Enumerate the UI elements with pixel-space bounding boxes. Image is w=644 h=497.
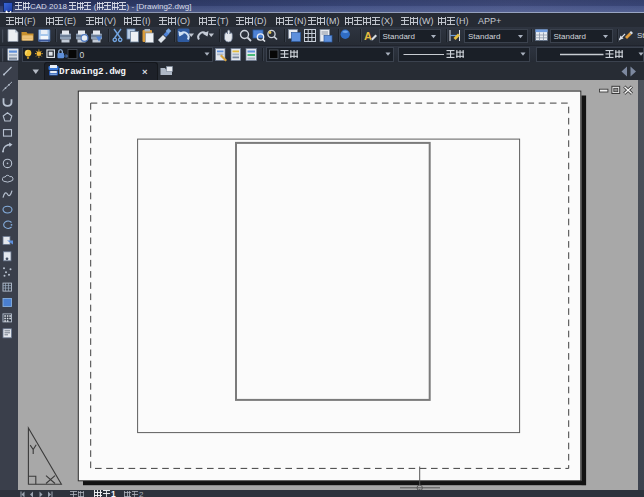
- svg-text:St: St: [637, 31, 644, 40]
- svg-text:0: 0: [80, 49, 85, 59]
